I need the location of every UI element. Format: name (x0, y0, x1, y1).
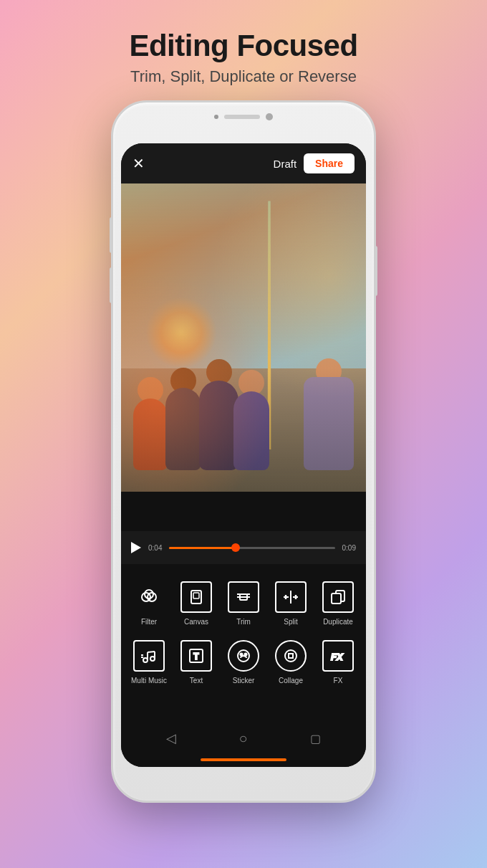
header-right: Draft Share (274, 153, 355, 173)
svg-point-27 (285, 650, 296, 662)
svg-rect-4 (193, 593, 199, 598)
fx-svg: FX (329, 647, 347, 665)
time-start: 0:04 (148, 544, 162, 552)
home-indicator (201, 758, 286, 761)
duplicate-label: Duplicate (323, 618, 353, 626)
draft-label: Draft (274, 158, 297, 170)
speaker-grille (224, 115, 260, 119)
page-title: Editing Focused (0, 29, 487, 63)
fx-label: FX (334, 677, 343, 685)
nav-recents-icon[interactable]: ▢ (310, 732, 321, 745)
canvas-svg (187, 588, 206, 606)
filter-svg (140, 588, 158, 606)
canvas-label: Canvas (184, 618, 208, 626)
filter-icon (133, 581, 165, 613)
collage-label: Collage (279, 677, 303, 685)
tool-fx[interactable]: FX FX (316, 634, 360, 690)
tool-collage[interactable]: Collage (269, 634, 313, 690)
duplicate-icon (322, 581, 354, 613)
tools-grid-row1: Filter Canvas (121, 564, 366, 697)
trim-label: Trim (236, 618, 251, 626)
progress-handle[interactable] (231, 543, 240, 552)
text-svg: T (187, 647, 206, 665)
canvas-icon (180, 581, 212, 613)
split-svg (281, 588, 300, 606)
text-label: Text (190, 677, 203, 685)
phone-mockup: ✕ Draft Share (111, 100, 376, 803)
close-button[interactable]: ✕ (132, 155, 145, 172)
svg-line-19 (148, 652, 155, 652)
multi-music-label: Multi Music (131, 677, 167, 685)
video-preview (121, 183, 366, 492)
phone-screen: ✕ Draft Share (121, 143, 366, 767)
collage-svg (281, 647, 300, 665)
trim-icon (228, 581, 259, 613)
multi-music-icon (133, 640, 165, 672)
svg-text:FX: FX (331, 652, 344, 662)
split-label: Split (284, 618, 297, 626)
photo-overlay (121, 183, 366, 492)
bottom-nav: ◁ ○ ▢ (121, 724, 366, 753)
sensor-icon (214, 115, 218, 119)
progress-bar[interactable] (169, 547, 334, 549)
tool-sticker[interactable]: Sticker (221, 634, 266, 690)
tool-duplicate[interactable]: Duplicate (316, 576, 360, 631)
tool-canvas[interactable]: Canvas (174, 576, 218, 631)
top-text-section: Editing Focused Trim, Split, Duplicate o… (0, 29, 487, 86)
power-button (374, 246, 377, 296)
nav-home-icon[interactable]: ○ (238, 730, 247, 747)
tools-area: Filter Canvas (121, 564, 366, 767)
tool-filter[interactable]: Filter (127, 576, 171, 631)
filter-label: Filter (141, 618, 157, 626)
svg-rect-14 (332, 593, 341, 604)
svg-rect-28 (289, 654, 293, 658)
nav-back-icon[interactable]: ◁ (166, 730, 176, 746)
tool-split[interactable]: Split (269, 576, 313, 631)
svg-point-25 (241, 654, 243, 656)
tool-text[interactable]: T Text (174, 634, 218, 690)
split-icon (275, 581, 307, 613)
video-bottom-bar (121, 492, 366, 531)
volume-up-button (110, 217, 113, 253)
tool-multi-music[interactable]: Multi Music (127, 634, 171, 690)
sticker-label: Sticker (233, 677, 255, 685)
duplicate-svg (329, 588, 347, 606)
sticker-icon (228, 640, 259, 672)
app-header: ✕ Draft Share (121, 143, 366, 183)
page-subtitle: Trim, Split, Duplicate or Reverse (0, 67, 487, 86)
time-end: 0:09 (342, 544, 356, 552)
sticker-svg (234, 647, 253, 665)
photo-scene (121, 183, 366, 492)
collage-icon (275, 640, 307, 672)
svg-point-26 (245, 654, 247, 656)
svg-text:T: T (193, 652, 199, 662)
play-button[interactable] (131, 542, 141, 553)
text-icon: T (180, 640, 212, 672)
volume-down-button (110, 267, 113, 303)
front-camera-icon (266, 113, 273, 120)
phone-notch (193, 112, 294, 122)
progress-fill (169, 547, 235, 549)
playback-controls: 0:04 0:09 (121, 531, 366, 564)
fx-icon: FX (322, 640, 354, 672)
music-svg (140, 647, 158, 665)
share-button[interactable]: Share (304, 153, 355, 173)
trim-svg (234, 588, 253, 606)
tool-trim[interactable]: Trim (221, 576, 266, 631)
